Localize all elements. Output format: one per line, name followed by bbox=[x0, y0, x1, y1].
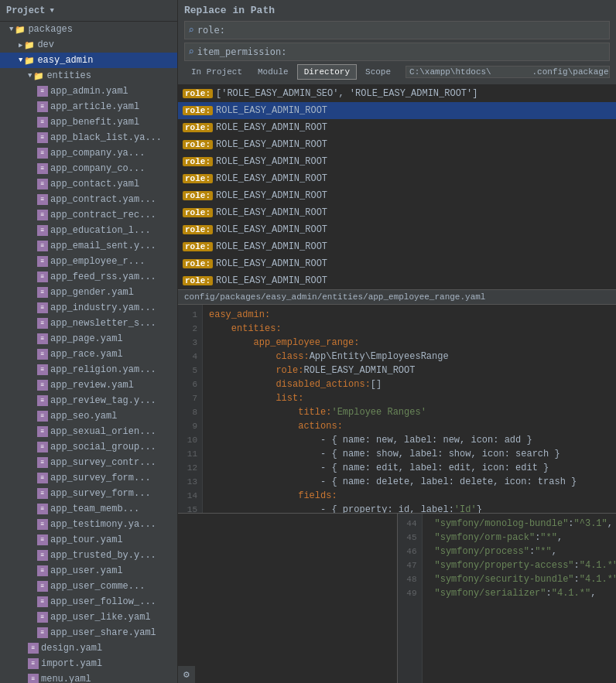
sidebar-item[interactable]: ≡app_trusted_by.y... bbox=[0, 548, 177, 563]
sidebar-item[interactable]: ▼📁easy_admin bbox=[0, 53, 177, 68]
sidebar-item[interactable]: ≡app_article.yaml bbox=[0, 99, 177, 114]
sidebar-item[interactable]: ≡import.yaml bbox=[0, 656, 177, 671]
sidebar-item[interactable]: ≡app_employee_r... bbox=[0, 254, 177, 269]
sidebar-item[interactable]: ≡app_user.yaml bbox=[0, 563, 177, 579]
sidebar-item[interactable]: ≡app_gender.yaml bbox=[0, 285, 177, 300]
sidebar-item[interactable]: ≡app_industry.yam... bbox=[0, 300, 177, 316]
result-item[interactable]: role:ROLE_EASY_ADMIN_ROOT bbox=[178, 136, 616, 153]
sidebar: Project ▼ ▼📁packages▶📁dev▼📁easy_admin▼📁e… bbox=[0, 0, 178, 683]
sidebar-item[interactable]: ▼📁packages bbox=[0, 22, 177, 37]
sidebar-item-label: app_review.yaml bbox=[50, 380, 134, 391]
sidebar-item-label: app_user_like.yaml bbox=[50, 612, 151, 623]
result-item[interactable]: role:ROLE_EASY_ADMIN_ROOT bbox=[178, 238, 616, 255]
search-row-1: ⌕ bbox=[184, 21, 610, 39]
sidebar-item-label: design.yaml bbox=[41, 643, 102, 654]
sidebar-item[interactable]: ≡app_page.yaml bbox=[0, 331, 177, 347]
sidebar-item[interactable]: ≡app_company.ya... bbox=[0, 145, 177, 161]
line-number: 7 bbox=[183, 391, 197, 405]
result-item[interactable]: role:ROLE_EASY_ADMIN_ROOT bbox=[178, 272, 616, 289]
result-item[interactable]: role:ROLE_EASY_ADMIN_ROOT bbox=[178, 170, 616, 187]
result-item[interactable]: role:ROLE_EASY_ADMIN_ROOT bbox=[178, 187, 616, 204]
sidebar-item[interactable]: ≡app_admin.yaml bbox=[0, 84, 177, 99]
sidebar-item[interactable]: ≡app_sexual_orien... bbox=[0, 424, 177, 439]
sidebar-item[interactable]: ≡app_religion.yam... bbox=[0, 362, 177, 377]
tab-directory[interactable]: Directory bbox=[297, 64, 357, 80]
sidebar-item[interactable]: ≡app_newsletter_s... bbox=[0, 316, 177, 331]
code-line: - { property: id, label: 'Id' } bbox=[209, 503, 610, 513]
sidebar-item[interactable]: ≡app_contact.yaml bbox=[0, 176, 177, 192]
sidebar-item[interactable]: ≡app_social_group... bbox=[0, 439, 177, 455]
folder-arrow-icon: ▶ bbox=[19, 41, 22, 50]
file-icon: ≡ bbox=[37, 426, 48, 437]
result-item[interactable]: role:ROLE_EASY_ADMIN_ROOT bbox=[178, 221, 616, 238]
sidebar-item[interactable]: ≡app_black_list.ya... bbox=[0, 130, 177, 145]
tab-module[interactable]: Module bbox=[251, 64, 296, 80]
sidebar-item-label: app_survey_form... bbox=[50, 488, 151, 499]
bottom-left: ⚙ bbox=[178, 514, 397, 683]
code-line: actions: bbox=[209, 419, 610, 433]
result-match-tag: role: bbox=[183, 157, 213, 166]
result-match-tag: role: bbox=[183, 242, 213, 251]
sidebar-item-label: app_tour.yaml bbox=[50, 534, 123, 545]
result-item[interactable]: role:['ROLE_EASY_ADMIN_SEO', 'ROLE_EASY_… bbox=[178, 85, 616, 102]
sidebar-item[interactable]: ≡app_user_like.yaml bbox=[0, 610, 177, 625]
result-match-tag: role: bbox=[183, 225, 213, 234]
sidebar-item[interactable]: ≡app_user_share.yaml bbox=[0, 625, 177, 640]
file-icon: ≡ bbox=[37, 148, 48, 159]
sidebar-item[interactable]: ≡app_feed_rss.yam... bbox=[0, 269, 177, 285]
sidebar-item[interactable]: ≡app_review_tag.y... bbox=[0, 393, 177, 408]
sidebar-item[interactable]: ≡app_user_follow_... bbox=[0, 594, 177, 610]
sidebar-item[interactable]: ≡app_email_sent.y... bbox=[0, 238, 177, 254]
dropdown-arrow-icon: ▼ bbox=[50, 7, 53, 15]
sidebar-item[interactable]: ≡app_survey_contr... bbox=[0, 455, 177, 470]
sidebar-item[interactable]: ≡app_contract_rec... bbox=[0, 207, 177, 223]
sidebar-item[interactable]: ≡app_company_co... bbox=[0, 161, 177, 176]
sidebar-item[interactable]: ≡menu.yaml bbox=[0, 671, 177, 683]
sidebar-item[interactable]: ≡app_review.yaml bbox=[0, 377, 177, 393]
sidebar-item-label: app_industry.yam... bbox=[50, 302, 156, 313]
tab-scope[interactable]: Scope bbox=[358, 64, 398, 80]
file-icon: ≡ bbox=[37, 442, 48, 452]
dialog-title: Replace in Path bbox=[184, 5, 610, 16]
sidebar-item[interactable]: ≡design.yaml bbox=[0, 640, 177, 656]
sidebar-item[interactable]: ≡app_benefit.yaml bbox=[0, 114, 177, 130]
sidebar-item[interactable]: ≡app_tour.yaml bbox=[0, 532, 177, 548]
sidebar-item[interactable]: ≡app_survey_form... bbox=[0, 470, 177, 486]
sidebar-item[interactable]: ≡app_user_comme... bbox=[0, 579, 177, 594]
tab-in-project[interactable]: In Project bbox=[184, 64, 249, 80]
search-input-1[interactable] bbox=[197, 25, 606, 36]
result-item[interactable]: role:ROLE_EASY_ADMIN_ROOT bbox=[178, 204, 616, 221]
sidebar-item[interactable]: ≡app_race.yaml bbox=[0, 347, 177, 362]
bottom-code-line: "symfony/orm-pack": "*", bbox=[429, 531, 617, 545]
sidebar-item[interactable]: ≡app_seo.yaml bbox=[0, 408, 177, 424]
bottom-code-line: "symfony/process": "*", bbox=[429, 545, 617, 558]
sidebar-item-label: app_article.yaml bbox=[50, 101, 139, 112]
replace-dialog: Replace in Path ⌕ ⌕ In Project Module Di… bbox=[178, 0, 616, 85]
sidebar-item[interactable]: ≡app_team_memb... bbox=[0, 501, 177, 517]
result-item[interactable]: role:ROLE_EASY_ADMIN_ROOT bbox=[178, 119, 616, 136]
sidebar-item[interactable]: ≡app_survey_form... bbox=[0, 486, 177, 501]
line-number: 12 bbox=[183, 461, 197, 475]
line-number: 11 bbox=[183, 447, 197, 461]
sidebar-item[interactable]: ▼📁entities bbox=[0, 68, 177, 84]
sidebar-item[interactable]: ≡app_contract.yam... bbox=[0, 192, 177, 207]
sidebar-item[interactable]: ≡app_education_l... bbox=[0, 223, 177, 238]
result-item[interactable]: role:ROLE_EASY_ADMIN_ROOT bbox=[178, 255, 616, 272]
bottom-code-lines: "symfony/monolog-bundle": "^3.1","symfon… bbox=[423, 514, 617, 683]
result-item[interactable]: role:ROLE_EASY_ADMIN_ROOT bbox=[178, 102, 616, 119]
line-number: 8 bbox=[183, 405, 197, 419]
gear-icon-container[interactable]: ⚙ bbox=[178, 666, 195, 683]
search-input-2[interactable] bbox=[197, 46, 606, 57]
result-text: ROLE_EASY_ADMIN_ROOT bbox=[216, 224, 327, 235]
file-icon: ≡ bbox=[37, 519, 48, 530]
code-line: - { name: new, label: new, icon: add } bbox=[209, 433, 610, 447]
code-line: - { name: delete, label: delete, icon: t… bbox=[209, 475, 610, 489]
sidebar-item[interactable]: ≡app_testimony.ya... bbox=[0, 517, 177, 532]
sidebar-item[interactable]: ▶📁dev bbox=[0, 37, 177, 53]
file-icon: ≡ bbox=[37, 364, 48, 375]
result-item[interactable]: role:ROLE_EASY_ADMIN_ROOT bbox=[178, 153, 616, 170]
file-icon: ≡ bbox=[28, 674, 39, 683]
sidebar-item-label: app_email_sent.y... bbox=[50, 241, 156, 251]
file-icon: ≡ bbox=[37, 132, 48, 143]
dialog-path: C:\xampp\htdocs\ .config\packages\easy_a… bbox=[406, 66, 610, 78]
